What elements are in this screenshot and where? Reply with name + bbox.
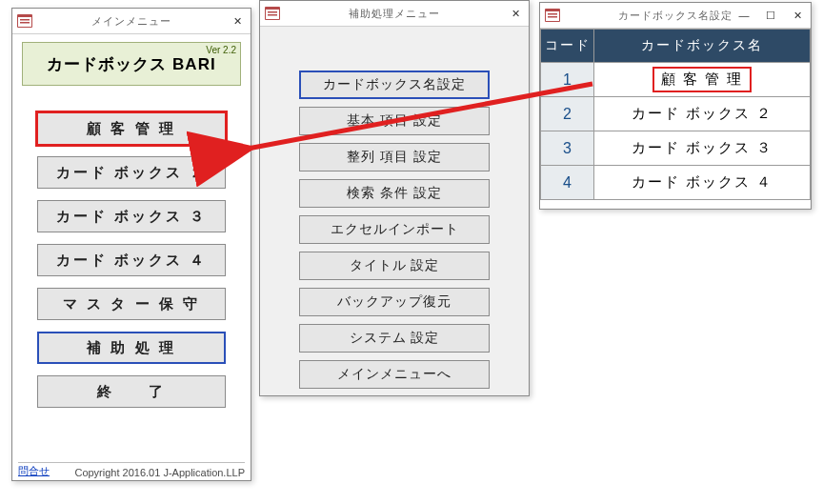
main-btn-cardbox-2[interactable]: カード ボックス ２: [37, 156, 226, 189]
svg-rect-10: [548, 13, 557, 15]
table-row[interactable]: 3 カード ボックス ３: [541, 131, 811, 166]
maximize-icon[interactable]: ☐: [757, 5, 784, 26]
main-btn-customer-mgmt[interactable]: 顧 客 管 理: [37, 112, 226, 145]
svg-rect-6: [268, 11, 277, 13]
close-icon[interactable]: ✕: [784, 5, 811, 26]
aux-btn-search-cond-setting[interactable]: 検索 条件 設定: [299, 179, 490, 208]
aux-btn-excel-import[interactable]: エクセルインポート: [299, 215, 490, 244]
main-menu-footer: 問合せ Copyright 2016.01 J-Application.LLP: [12, 464, 251, 478]
form-icon: [16, 13, 33, 29]
main-btn-cardbox-3[interactable]: カード ボックス ３: [37, 200, 226, 232]
main-menu-titlebar[interactable]: メインメニュー ✕: [12, 9, 251, 34]
aux-btn-title-setting[interactable]: タイトル 設定: [299, 252, 490, 280]
cell-code: 2: [541, 97, 594, 131]
aux-btn-back-to-main[interactable]: メインメニューへ: [299, 360, 490, 389]
table-row[interactable]: 2 カード ボックス ２: [541, 97, 811, 131]
aux-btn-cardbox-name-setting[interactable]: カードボックス名設定: [299, 71, 490, 99]
svg-rect-11: [548, 16, 557, 18]
aux-btn-system-setting[interactable]: システム 設定: [299, 324, 490, 353]
svg-rect-2: [20, 19, 30, 21]
col-header-code: コード: [541, 30, 594, 63]
form-icon: [264, 6, 281, 21]
aux-menu-window: 補助処理メニュー ✕ カードボックス名設定 基本 項目 設定 整列 項目 設定 …: [259, 0, 530, 396]
cardbox-table: コード カードボックス名 1 顧 客 管 理 2 カード ボックス ２ 3 カー…: [540, 29, 811, 200]
aux-btn-sort-item-setting[interactable]: 整列 項目 設定: [299, 143, 490, 171]
col-header-name: カードボックス名: [594, 30, 811, 63]
close-icon[interactable]: ✕: [224, 10, 251, 31]
aux-btn-backup-restore[interactable]: バックアップ復元: [299, 288, 490, 316]
app-title: カードボックス BARI: [47, 53, 215, 75]
main-btn-aux-processing[interactable]: 補 助 処 理: [37, 332, 226, 364]
cardbox-settings-window: カードボックス名設定 — ☐ ✕ コード カードボックス名 1 顧 客 管 理 …: [539, 2, 812, 210]
copyright-text: Copyright 2016.01 J-Application.LLP: [74, 467, 245, 478]
cell-name[interactable]: カード ボックス ４: [594, 166, 811, 200]
cardbox-settings-titlebar[interactable]: カードボックス名設定 — ☐ ✕: [540, 3, 811, 29]
cell-name[interactable]: 顧 客 管 理: [594, 63, 811, 97]
aux-btn-basic-item-setting[interactable]: 基本 項目 設定: [299, 107, 490, 135]
cell-code: 4: [541, 166, 594, 200]
cell-name[interactable]: カード ボックス ３: [594, 131, 811, 166]
svg-rect-3: [20, 22, 30, 24]
footer-divider: [18, 462, 245, 463]
form-icon: [544, 8, 561, 23]
aux-menu-titlebar[interactable]: 補助処理メニュー ✕: [260, 1, 529, 27]
app-version: Ver 2.2: [206, 45, 236, 55]
main-btn-exit[interactable]: 終 了: [37, 375, 226, 408]
cell-code: 3: [541, 131, 594, 166]
app-title-box: Ver 2.2 カードボックス BARI: [22, 42, 241, 86]
table-row[interactable]: 1 顧 客 管 理: [541, 63, 811, 97]
cell-code: 1: [541, 63, 594, 97]
main-menu-window: メインメニュー ✕ Ver 2.2 カードボックス BARI 顧 客 管 理 カ…: [11, 8, 251, 481]
main-menu-title: メインメニュー: [12, 14, 251, 29]
cell-name[interactable]: カード ボックス ２: [594, 97, 811, 131]
minimize-icon[interactable]: —: [731, 5, 757, 26]
main-btn-cardbox-4[interactable]: カード ボックス ４: [37, 244, 226, 276]
inquiry-link[interactable]: 問合せ: [18, 464, 50, 478]
table-header-row: コード カードボックス名: [541, 30, 811, 63]
aux-menu-title: 補助処理メニュー: [260, 7, 529, 21]
close-icon[interactable]: ✕: [502, 3, 529, 24]
svg-rect-7: [268, 14, 277, 16]
main-btn-master-maint[interactable]: マ ス タ ー 保 守: [37, 288, 226, 320]
table-row[interactable]: 4 カード ボックス ４: [541, 166, 811, 200]
